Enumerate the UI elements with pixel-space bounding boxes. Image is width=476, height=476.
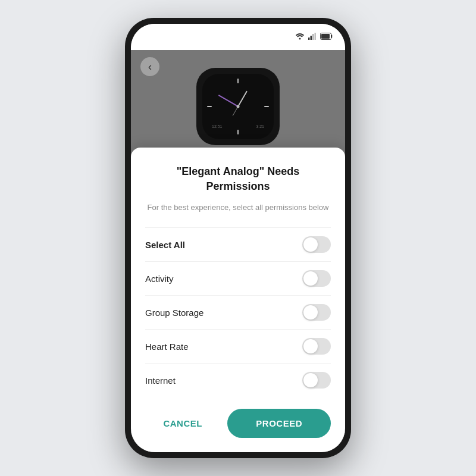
permission-select-all-label: Select All (145, 240, 185, 250)
battery-icon (320, 33, 333, 42)
wifi-icon (295, 33, 305, 42)
cancel-button[interactable]: CANCEL (145, 409, 220, 438)
toggle-internet[interactable] (302, 372, 331, 389)
phone-screen: ‹ 12:51 3:21 (131, 24, 345, 452)
permission-heart-rate: Heart Rate (145, 330, 331, 364)
permission-group-storage: Group Storage (145, 296, 331, 330)
permission-select-all: Select All (145, 227, 331, 262)
svg-rect-4 (315, 33, 317, 40)
phone-frame: ‹ 12:51 3:21 (125, 18, 351, 458)
svg-rect-6 (321, 34, 330, 39)
modal-title: "Elegant Analog" Needs Permissions (145, 164, 331, 194)
permission-list: Select All Activity Grou (145, 227, 331, 397)
toggle-activity[interactable] (302, 270, 331, 287)
toggle-activity-knob (303, 271, 318, 286)
svg-point-0 (299, 37, 301, 39)
permissions-modal: "Elegant Analog" Needs Permissions For t… (131, 148, 345, 452)
svg-rect-2 (311, 36, 312, 40)
modal-overlay: "Elegant Analog" Needs Permissions For t… (131, 50, 345, 452)
toggle-select-all-knob (303, 237, 318, 252)
modal-actions: CANCEL PROCEED (145, 409, 331, 438)
permission-activity-label: Activity (145, 274, 174, 284)
svg-rect-3 (312, 34, 314, 40)
toggle-internet-knob (303, 373, 318, 387)
toggle-group-storage-knob (303, 305, 318, 320)
status-bar (131, 24, 345, 50)
screen-content: ‹ 12:51 3:21 (131, 50, 345, 452)
toggle-group-storage[interactable] (302, 304, 331, 321)
permission-group-storage-label: Group Storage (145, 308, 203, 318)
toggle-heart-rate-knob (303, 339, 318, 353)
svg-rect-1 (308, 37, 310, 40)
permission-internet-label: Internet (145, 375, 176, 386)
signal-icon (308, 33, 317, 42)
permission-activity: Activity (145, 262, 331, 296)
toggle-heart-rate[interactable] (302, 338, 331, 355)
toggle-select-all[interactable] (302, 236, 331, 253)
proceed-button[interactable]: PROCEED (227, 409, 331, 438)
permission-heart-rate-label: Heart Rate (145, 342, 189, 352)
modal-subtitle: For the best experience, select all perm… (145, 202, 331, 214)
permission-internet: Internet (145, 364, 331, 397)
